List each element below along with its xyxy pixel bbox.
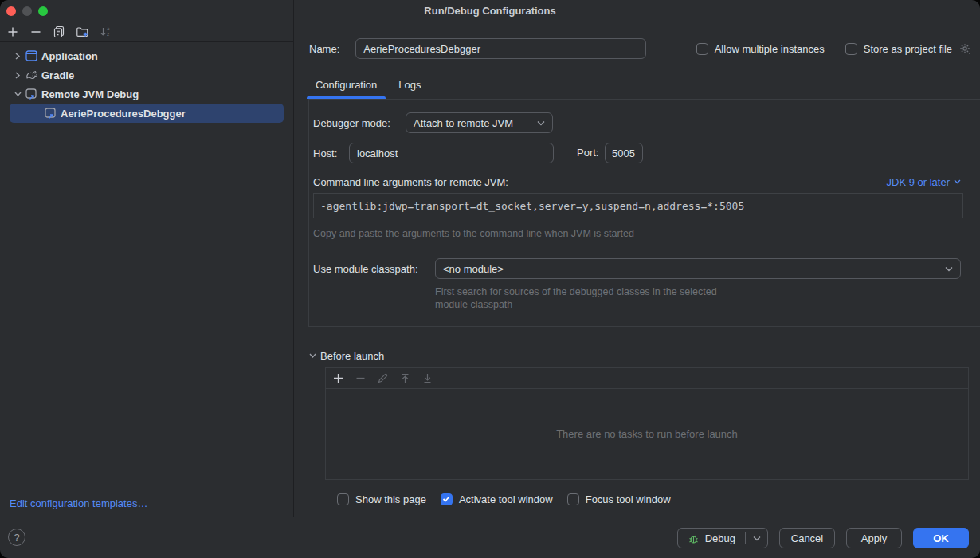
host-port-row: Host: xyxy=(313,143,337,163)
tree-item-aerie-procedures-debgger[interactable]: AerieProceduresDebgger xyxy=(10,104,284,123)
debugger-mode-row: Debugger mode: xyxy=(313,112,390,133)
allow-multiple-instances-label: Allow multiple instances xyxy=(715,43,825,55)
chevron-down-icon xyxy=(945,266,953,272)
checkbox-box[interactable] xyxy=(696,43,708,55)
tool-window-options-row: Show this page Activate tool window Focu… xyxy=(337,489,671,509)
before-launch-title: Before launch xyxy=(320,350,384,362)
module-hint-line1: First search for sources of the debugged… xyxy=(435,285,717,298)
cmdline-arguments-field[interactable]: -agentlib:jdwp=transport=dt_socket,serve… xyxy=(313,193,963,218)
debug-button-label: Debug xyxy=(705,532,735,544)
activate-tool-window-checkbox[interactable]: Activate tool window xyxy=(441,493,553,505)
checkbox-box[interactable] xyxy=(337,493,349,505)
show-this-page-checkbox[interactable]: Show this page xyxy=(337,493,426,505)
host-label: Host: xyxy=(313,147,337,159)
add-task-icon[interactable] xyxy=(331,371,345,386)
sort-configurations-icon: a z xyxy=(98,25,112,39)
debugger-mode-select[interactable]: Attach to remote JVM xyxy=(406,112,553,133)
configurations-tree: Application Gradle xyxy=(0,42,293,123)
dialog-footer: ? Debug Cancel Apply OK xyxy=(0,517,980,558)
module-classpath-select[interactable]: <no module> xyxy=(435,258,961,279)
apply-button[interactable]: Apply xyxy=(846,528,902,548)
store-as-project-file-label: Store as project file xyxy=(864,43,952,55)
name-input[interactable] xyxy=(355,38,646,59)
before-launch-toolbar xyxy=(326,368,968,389)
cmdline-arguments-value: -agentlib:jdwp=transport=dt_socket,serve… xyxy=(320,200,744,212)
focus-tool-window-checkbox[interactable]: Focus tool window xyxy=(567,493,671,505)
remote-jvm-debug-icon xyxy=(25,88,39,100)
tree-item-application[interactable]: Application xyxy=(10,46,284,65)
before-launch-tasks-panel: There are no tasks to run before launch xyxy=(325,367,969,480)
jdk-version-select[interactable]: JDK 9 or later xyxy=(887,176,961,188)
title-bar: Run/Debug Configurations xyxy=(0,0,980,22)
application-icon xyxy=(25,50,39,61)
cmdline-arguments-label: Command line arguments for remote JVM: xyxy=(313,176,508,188)
svg-text:z: z xyxy=(107,31,109,37)
remove-configuration-icon[interactable] xyxy=(29,25,43,39)
ok-button[interactable]: OK xyxy=(913,528,969,548)
tree-item-remote-jvm-debug[interactable]: Remote JVM Debug xyxy=(10,84,284,104)
svg-text:a: a xyxy=(107,26,110,31)
sidebar-toolbar: a z xyxy=(0,22,293,42)
module-classpath-row: Use module classpath: xyxy=(313,258,418,279)
cmdline-hint: Copy and paste the arguments to the comm… xyxy=(313,227,634,240)
chevron-down-icon[interactable] xyxy=(10,91,25,97)
debug-split-button[interactable]: Debug xyxy=(677,528,768,548)
chevron-right-icon[interactable] xyxy=(10,53,25,60)
run-debug-configurations-dialog: Run/Debug Configurations xyxy=(0,0,980,558)
module-classpath-label: Use module classpath: xyxy=(313,263,418,275)
module-hint-line2: module classpath xyxy=(435,298,717,311)
before-launch-empty-text: There are no tasks to run before launch xyxy=(326,389,968,479)
tree-item-label: AerieProceduresDebgger xyxy=(61,108,186,120)
module-classpath-value: <no module> xyxy=(443,263,504,275)
debugger-mode-label: Debugger mode: xyxy=(313,117,390,129)
checkmark-icon xyxy=(442,496,450,502)
port-input[interactable] xyxy=(605,143,643,163)
port-label: Port: xyxy=(577,147,598,159)
edit-configuration-templates-link[interactable]: Edit configuration templates… xyxy=(10,497,147,509)
add-configuration-icon[interactable] xyxy=(6,25,20,39)
cmdline-label-row: Command line arguments for remote JVM: J… xyxy=(313,175,961,188)
debug-bug-icon xyxy=(688,532,700,544)
show-this-page-label: Show this page xyxy=(355,493,426,505)
tree-item-label: Gradle xyxy=(41,69,74,81)
copy-configuration-icon[interactable] xyxy=(52,25,66,39)
tree-item-label: Application xyxy=(41,50,98,62)
allow-multiple-instances-checkbox[interactable]: Allow multiple instances xyxy=(696,43,825,55)
module-classpath-hint: First search for sources of the debugged… xyxy=(435,285,717,311)
checkbox-box[interactable] xyxy=(441,493,453,505)
chevron-right-icon[interactable] xyxy=(10,72,25,79)
debug-dropdown-chevron[interactable] xyxy=(746,529,767,548)
tree-item-gradle[interactable]: Gradle xyxy=(10,65,284,84)
dialog-title: Run/Debug Configurations xyxy=(0,5,980,17)
host-input[interactable] xyxy=(349,143,554,163)
tab-logs[interactable]: Logs xyxy=(398,72,421,99)
checkbox-box[interactable] xyxy=(567,493,579,505)
chevron-down-icon xyxy=(309,352,316,359)
new-folder-icon[interactable] xyxy=(75,25,89,39)
gradle-icon xyxy=(25,69,39,81)
activate-tool-window-label: Activate tool window xyxy=(459,493,553,505)
before-launch-divider xyxy=(392,356,969,356)
store-options-gear-icon[interactable] xyxy=(958,42,972,56)
store-as-project-file-checkbox[interactable]: Store as project file xyxy=(845,43,952,55)
before-launch-header[interactable]: Before launch xyxy=(309,349,969,362)
help-question-mark: ? xyxy=(14,532,19,544)
edit-task-icon xyxy=(375,371,390,386)
configuration-content: Name: Allow multiple instances Store as … xyxy=(294,22,980,517)
help-button[interactable]: ? xyxy=(8,529,25,546)
focus-tool-window-label: Focus tool window xyxy=(586,493,671,505)
name-label: Name: xyxy=(309,43,339,55)
config-tabs: Configuration Logs xyxy=(316,72,421,99)
remove-task-icon xyxy=(353,371,367,386)
tab-label: Logs xyxy=(398,79,421,91)
jdk-version-value: JDK 9 or later xyxy=(887,176,950,188)
chevron-down-icon xyxy=(537,120,545,126)
move-down-icon xyxy=(420,371,434,386)
tab-configuration[interactable]: Configuration xyxy=(316,72,377,99)
cancel-button[interactable]: Cancel xyxy=(779,528,835,548)
checkbox-box[interactable] xyxy=(845,43,857,55)
debugger-mode-value: Attach to remote JVM xyxy=(414,117,513,129)
configuration-panel: Debugger mode: Attach to remote JVM Host… xyxy=(308,99,980,327)
name-row: Name: Allow multiple instances Store as … xyxy=(309,38,972,59)
move-up-icon xyxy=(398,371,412,386)
